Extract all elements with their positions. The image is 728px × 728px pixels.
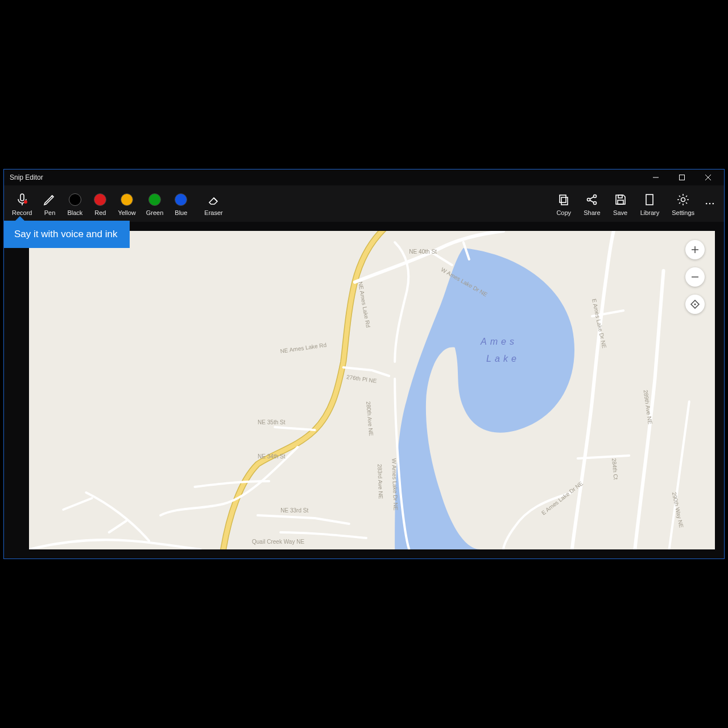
stage: Snip Editor	[0, 0, 728, 728]
share-label: Share	[584, 209, 600, 216]
svg-text:W Ames Lake Dr NE: W Ames Lake Dr NE	[391, 458, 399, 511]
maximize-icon	[679, 174, 685, 181]
library-icon	[642, 192, 657, 207]
more-icon	[704, 198, 715, 209]
svg-point-18	[681, 198, 685, 202]
more-button[interactable]	[701, 192, 718, 215]
svg-text:NE Ames Lake Rd: NE Ames Lake Rd	[280, 342, 327, 354]
svg-text:NE 40th St: NE 40th St	[409, 249, 437, 255]
record-tooltip: Say it with voice and ink	[4, 221, 130, 248]
svg-point-21	[713, 203, 714, 205]
map-controls	[685, 240, 705, 314]
svg-rect-8	[561, 197, 568, 205]
green-label: Green	[146, 209, 164, 216]
save-icon	[613, 192, 628, 207]
zoom-in-button[interactable]	[685, 240, 705, 259]
copy-icon	[556, 192, 571, 207]
share-icon	[585, 192, 599, 207]
microphone-icon	[15, 192, 30, 207]
svg-rect-4	[20, 194, 24, 201]
svg-rect-9	[560, 195, 566, 202]
svg-text:284th Ct: 284th Ct	[611, 458, 619, 480]
settings-label: Settings	[672, 209, 694, 216]
svg-rect-15	[618, 195, 622, 198]
close-icon	[705, 174, 712, 181]
lake-label-line2: Lake	[486, 353, 520, 363]
svg-point-19	[706, 203, 708, 205]
map-svg: Ames Lake	[29, 231, 715, 549]
swatch-red-icon	[93, 192, 107, 207]
blue-label: Blue	[175, 209, 187, 216]
color-yellow[interactable]: Yellow	[113, 190, 140, 217]
window-title: Snip Editor	[10, 173, 43, 181]
window-controls	[643, 170, 721, 185]
svg-text:NE 35th St: NE 35th St	[258, 419, 286, 425]
swatch-green-icon	[147, 192, 162, 207]
zoom-out-button[interactable]	[685, 267, 705, 287]
pen-button[interactable]: Pen	[38, 190, 61, 217]
svg-point-6	[24, 200, 27, 204]
app-window: Snip Editor	[3, 169, 725, 559]
toolbar-left: Record Pen Black Red	[7, 190, 228, 217]
svg-text:280th Ave NE: 280th Ave NE	[365, 401, 374, 436]
locate-icon	[690, 300, 700, 309]
titlebar: Snip Editor	[4, 169, 724, 185]
plus-icon	[690, 245, 700, 254]
map-canvas[interactable]: Ames Lake	[29, 231, 715, 549]
svg-point-42	[694, 304, 696, 305]
eraser-button[interactable]: Eraser	[200, 190, 227, 217]
save-button[interactable]: Save	[607, 190, 634, 217]
color-black[interactable]: Black	[63, 190, 87, 217]
pen-label: Pen	[44, 209, 56, 216]
color-blue[interactable]: Blue	[169, 190, 193, 217]
share-button[interactable]: Share	[578, 190, 606, 217]
svg-text:NE Ames Lake Rd: NE Ames Lake Rd	[357, 281, 371, 328]
svg-text:NE 34th St: NE 34th St	[258, 453, 286, 460]
swatch-blue-icon	[173, 192, 188, 207]
toolbar: Record Pen Black Red	[4, 185, 724, 222]
color-green[interactable]: Green	[142, 190, 168, 217]
library-label: Library	[640, 209, 660, 216]
close-button[interactable]	[696, 170, 721, 185]
svg-point-20	[709, 203, 711, 205]
svg-text:283rd Ave NE: 283rd Ave NE	[377, 464, 384, 499]
svg-rect-1	[680, 175, 685, 180]
svg-line-13	[590, 197, 594, 199]
minus-icon	[690, 272, 700, 282]
copy-button[interactable]: Copy	[551, 190, 577, 217]
save-label: Save	[613, 209, 627, 216]
yellow-label: Yellow	[118, 209, 135, 216]
maximize-button[interactable]	[669, 170, 694, 185]
settings-button[interactable]: Settings	[666, 190, 700, 217]
minimize-icon	[652, 174, 659, 181]
minimize-button[interactable]	[643, 170, 668, 185]
swatch-black-icon	[68, 192, 82, 207]
record-label: Record	[12, 209, 32, 216]
eraser-icon	[206, 192, 221, 207]
gear-icon	[676, 192, 690, 207]
svg-text:276th Pl NE: 276th Pl NE	[346, 374, 377, 384]
black-label: Black	[67, 209, 82, 216]
swatch-yellow-icon	[119, 192, 134, 207]
pen-icon	[42, 192, 57, 207]
svg-text:Quail Creek Way NE: Quail Creek Way NE	[252, 539, 305, 545]
svg-text:NE 33rd St: NE 33rd St	[280, 507, 308, 514]
color-red[interactable]: Red	[88, 190, 112, 217]
svg-rect-17	[646, 195, 653, 205]
red-label: Red	[94, 209, 106, 216]
tooltip-text: Say it with voice and ink	[14, 229, 117, 239]
svg-line-14	[590, 200, 594, 202]
toolbar-right: Copy Share Save	[551, 190, 718, 217]
lake-label-line1: Ames	[480, 336, 518, 346]
copy-label: Copy	[556, 209, 571, 216]
record-button[interactable]: Record	[7, 190, 36, 217]
svg-rect-16	[618, 200, 623, 204]
svg-line-7	[214, 198, 217, 201]
eraser-label: Eraser	[204, 209, 222, 216]
library-button[interactable]: Library	[635, 190, 665, 217]
locate-button[interactable]	[685, 295, 705, 314]
